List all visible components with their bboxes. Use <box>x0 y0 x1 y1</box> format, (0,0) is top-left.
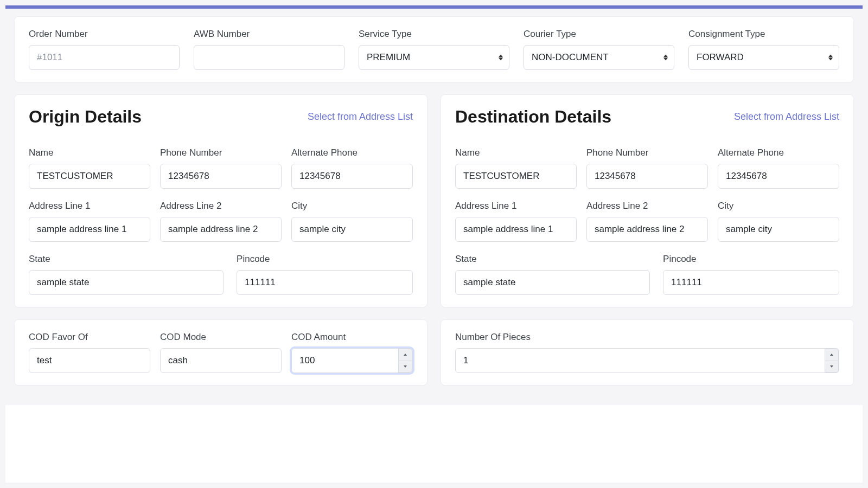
origin-city-input[interactable] <box>291 217 413 242</box>
service-type-select[interactable]: PREMIUM <box>359 45 509 70</box>
dest-phone-input[interactable] <box>586 164 708 189</box>
order-number-input[interactable] <box>29 45 180 70</box>
origin-title: Origin Details <box>29 107 142 127</box>
cod-card: COD Favor Of COD Mode COD Amount <box>14 319 427 386</box>
service-type-value: PREMIUM <box>367 52 410 63</box>
consignment-type-value: FORWARD <box>697 52 744 63</box>
dest-name-input[interactable] <box>455 164 577 189</box>
courier-type-label: Courier Type <box>524 29 674 40</box>
app-topbar <box>0 0 868 9</box>
service-type-label: Service Type <box>359 29 509 40</box>
cod-amount-input[interactable] <box>291 348 413 373</box>
dest-addr2-label: Address Line 2 <box>586 201 708 211</box>
dest-phone-label: Phone Number <box>586 147 708 158</box>
consignment-type-label: Consignment Type <box>688 29 839 40</box>
dest-name-label: Name <box>455 147 577 158</box>
pieces-step-down[interactable] <box>825 361 839 373</box>
dest-city-label: City <box>718 201 839 211</box>
dest-addr1-input[interactable] <box>455 217 577 242</box>
destination-details-card: Destination Details Select from Address … <box>441 94 854 307</box>
cod-amount-step-down[interactable] <box>398 361 412 373</box>
dest-pincode-input[interactable] <box>663 270 839 295</box>
dest-city-input[interactable] <box>718 217 839 242</box>
awb-number-input[interactable] <box>194 45 344 70</box>
origin-addr1-input[interactable] <box>29 217 150 242</box>
origin-city-label: City <box>291 201 413 211</box>
origin-addr2-label: Address Line 2 <box>160 201 282 211</box>
pieces-step-up[interactable] <box>825 349 839 361</box>
awb-number-label: AWB Number <box>194 29 344 40</box>
origin-phone-label: Phone Number <box>160 147 282 158</box>
consignment-type-field: Consignment Type FORWARD <box>688 29 839 70</box>
dest-alt-phone-input[interactable] <box>718 164 839 189</box>
courier-type-field: Courier Type NON-DOCUMENT <box>524 29 674 70</box>
origin-pincode-input[interactable] <box>237 270 413 295</box>
pieces-label: Number Of Pieces <box>455 332 839 343</box>
origin-state-label: State <box>29 254 224 265</box>
cod-mode-label: COD Mode <box>160 332 282 343</box>
origin-details-card: Origin Details Select from Address List … <box>14 94 427 307</box>
order-number-field: Order Number <box>29 29 180 70</box>
cod-amount-step-up[interactable] <box>398 349 412 361</box>
order-number-label: Order Number <box>29 29 180 40</box>
cod-mode-input[interactable] <box>160 348 282 373</box>
destination-title: Destination Details <box>455 107 611 127</box>
destination-address-list-link[interactable]: Select from Address List <box>734 111 839 123</box>
service-type-field: Service Type PREMIUM <box>359 29 509 70</box>
dest-addr1-label: Address Line 1 <box>455 201 577 211</box>
origin-state-input[interactable] <box>29 270 224 295</box>
consignment-type-select[interactable]: FORWARD <box>688 45 839 70</box>
dest-state-label: State <box>455 254 650 265</box>
pieces-card: Number Of Pieces <box>441 319 854 386</box>
origin-alt-phone-input[interactable] <box>291 164 413 189</box>
courier-type-select[interactable]: NON-DOCUMENT <box>524 45 674 70</box>
origin-name-label: Name <box>29 147 150 158</box>
awb-number-field: AWB Number <box>194 29 344 70</box>
origin-addr1-label: Address Line 1 <box>29 201 150 211</box>
cod-favor-input[interactable] <box>29 348 150 373</box>
dest-alt-phone-label: Alternate Phone <box>718 147 839 158</box>
origin-alt-phone-label: Alternate Phone <box>291 147 413 158</box>
order-header-card: Order Number AWB Number Service Type PRE… <box>14 16 854 82</box>
cod-favor-label: COD Favor Of <box>29 332 150 343</box>
dest-state-input[interactable] <box>455 270 650 295</box>
dest-pincode-label: Pincode <box>663 254 839 265</box>
origin-addr2-input[interactable] <box>160 217 282 242</box>
origin-phone-input[interactable] <box>160 164 282 189</box>
page-container: Order Number AWB Number Service Type PRE… <box>0 9 868 483</box>
origin-address-list-link[interactable]: Select from Address List <box>308 111 413 123</box>
courier-type-value: NON-DOCUMENT <box>532 52 609 63</box>
cod-amount-label: COD Amount <box>291 332 413 343</box>
dest-addr2-input[interactable] <box>586 217 708 242</box>
origin-pincode-label: Pincode <box>237 254 413 265</box>
pieces-input[interactable] <box>455 348 839 373</box>
origin-name-input[interactable] <box>29 164 150 189</box>
